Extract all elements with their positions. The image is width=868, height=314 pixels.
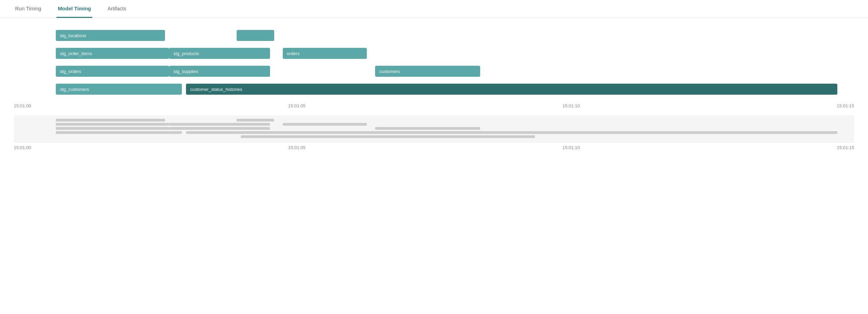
tick-0: 15:01:00 xyxy=(14,103,31,108)
mini-tick-2: 15:01:10 xyxy=(562,145,580,150)
gantt-bar-stg_locations[interactable]: stg_locations xyxy=(56,30,165,41)
mini-overview[interactable] xyxy=(14,115,854,143)
timeline-axis-top: 15:01:00 15:01:05 15:01:10 15:01:15 xyxy=(14,103,854,108)
tab-model-timing[interactable]: Model Timing xyxy=(56,0,92,18)
gantt-rows: stg_locationsstg_order_itemsstg_products… xyxy=(14,28,854,96)
tick-2: 15:01:10 xyxy=(562,103,580,108)
tick-1: 15:01:05 xyxy=(288,103,306,108)
mini-bar xyxy=(384,135,535,138)
mini-bar xyxy=(56,119,165,122)
gantt-bar-customers[interactable]: customers xyxy=(375,66,480,77)
gantt-bar-unknown_bar[interactable] xyxy=(237,30,275,41)
tab-bar: Run Timing Model Timing Artifacts xyxy=(0,0,868,18)
mini-tick-1: 15:01:05 xyxy=(288,145,306,150)
mini-bar xyxy=(169,123,270,126)
gantt-bar-stg_order_items[interactable]: stg_order_items xyxy=(56,48,169,59)
tab-run-timing[interactable]: Run Timing xyxy=(14,0,43,18)
gantt-bar-stg_products[interactable]: stg_products xyxy=(169,48,270,59)
mini-tick-3: 15:01:15 xyxy=(837,145,854,150)
mini-bar xyxy=(56,123,169,126)
mini-tick-0: 15:01:00 xyxy=(14,145,31,150)
mini-bar xyxy=(283,123,367,126)
mini-bar xyxy=(186,131,837,134)
gantt-bar-stg_customers[interactable]: stg_customers xyxy=(56,84,182,95)
main-content: stg_locationsstg_order_itemsstg_products… xyxy=(0,18,868,157)
tick-3: 15:01:15 xyxy=(837,103,854,108)
gantt-chart: stg_locationsstg_order_itemsstg_products… xyxy=(14,28,854,150)
gantt-row: stg_ordersstg_suppliescustomers xyxy=(14,64,854,78)
gantt-row: stg_customerscustomer_status_histories xyxy=(14,82,854,96)
gantt-bar-stg_orders[interactable]: stg_orders xyxy=(56,66,169,77)
gantt-bar-orders[interactable]: orders xyxy=(283,48,367,59)
gantt-bar-stg_supplies[interactable]: stg_supplies xyxy=(169,66,270,77)
mini-bar xyxy=(56,127,169,130)
tab-artifacts[interactable]: Artifacts xyxy=(106,0,127,18)
mini-bar xyxy=(56,131,182,134)
mini-bar xyxy=(169,127,270,130)
gantt-bar-customer_status_histories[interactable]: customer_status_histories xyxy=(186,84,837,95)
mini-bar xyxy=(375,127,480,130)
gantt-row: stg_locations xyxy=(14,28,854,43)
timeline-axis-bottom: 15:01:00 15:01:05 15:01:10 15:01:15 xyxy=(14,145,854,150)
gantt-row: stg_order_itemsstg_productsorders xyxy=(14,46,854,61)
mini-bar xyxy=(237,119,275,122)
